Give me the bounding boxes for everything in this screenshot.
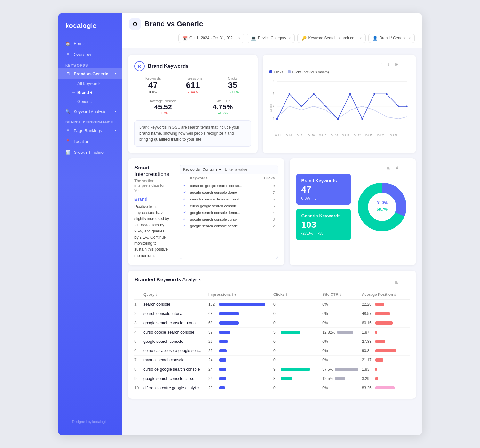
- table-row: 3. google search console tutorial 68 0| …: [134, 318, 410, 328]
- row-impressions: 39: [208, 330, 272, 334]
- row-num: 3.: [134, 321, 142, 325]
- row-query: search console: [143, 302, 207, 307]
- svg-point-20: [386, 93, 388, 95]
- chart-expand-icon[interactable]: ⊞: [394, 61, 400, 67]
- row-avgpos: 22.28: [362, 302, 410, 307]
- row-clicks: 3|: [273, 376, 321, 381]
- brand-zero: 0: [315, 196, 317, 200]
- row-clicks: 0|: [273, 339, 321, 344]
- smart-title: Smart Interpretations: [134, 165, 169, 177]
- row-ctr: 0%: [322, 349, 360, 353]
- donut-chart: 31.3% 68.7%: [355, 176, 410, 238]
- chart-more-icon[interactable]: ⋮: [403, 61, 410, 67]
- chart-legend: Clicks Clicks (previous month): [269, 70, 410, 74]
- impressions-info-icon: ℹ: [232, 293, 233, 296]
- row-impressions: 20: [208, 386, 272, 390]
- table-export-icon[interactable]: ⊞: [394, 279, 400, 285]
- filter-contains-select[interactable]: Contains: [201, 167, 223, 172]
- device-filter-button[interactable]: 💻 Device Category ▾: [247, 34, 295, 43]
- table-row: 4. curso google search console 39 5| 12.…: [134, 328, 410, 337]
- row-query: search console tutorial: [143, 311, 207, 316]
- row-avgpos: 1.83: [362, 367, 410, 372]
- settings-icon: ⚙: [132, 20, 138, 28]
- svg-point-11: [276, 118, 278, 120]
- row-ctr: 0%: [322, 358, 360, 362]
- row-num: 10.: [134, 386, 142, 390]
- chart-down-icon[interactable]: ↓: [386, 61, 391, 67]
- kw-clicks-value: 3: [268, 217, 275, 221]
- row-clicks: 0|: [273, 311, 321, 316]
- brand-section: Brand Keywords 47 0.0% 0: [296, 174, 351, 205]
- row-impressions: 68: [208, 311, 272, 316]
- chevron-down-icon: ▾: [115, 72, 116, 75]
- person-icon: 👤: [372, 36, 378, 41]
- svg-text:Oct 25: Oct 25: [365, 133, 373, 137]
- chart-up-icon[interactable]: ↑: [379, 61, 384, 67]
- svg-text:Oct 22: Oct 22: [354, 133, 361, 137]
- row-query: como dar acceso a google sea...: [143, 349, 207, 353]
- row-impressions: 29: [208, 339, 272, 344]
- row-avgpos: 90.8: [362, 349, 410, 353]
- svg-text:Oct 4: Oct 4: [286, 133, 292, 137]
- brand-generic-filter-button[interactable]: 👤 Brand / Generic ▾: [368, 34, 415, 43]
- svg-text:Clicks: Clicks: [270, 104, 273, 112]
- sidebar-item-home[interactable]: 🏠 Home: [58, 38, 122, 49]
- chevron-down-icon: ▾: [115, 129, 116, 132]
- brand-icon: ⊞: [65, 71, 70, 76]
- row-ctr: 12.5%: [322, 376, 360, 381]
- chart-icon: 📊: [65, 150, 70, 155]
- site-ctr-metric: Site CTR 4.75% +1.7%: [194, 99, 252, 115]
- donut-more-icon[interactable]: ⋮: [403, 165, 410, 171]
- donut-expand-icon[interactable]: ⊞: [386, 165, 392, 171]
- svg-text:68.7%: 68.7%: [377, 207, 388, 212]
- sidebar-item-page-rankings[interactable]: ⊞ Page Rankings ▾: [58, 125, 122, 136]
- content-area: R Brand Keywords Keywords 47 0.0% Impres…: [122, 48, 422, 405]
- chevron-down-icon: ▾: [409, 36, 411, 40]
- row-query: diferencia entre google analytic...: [143, 386, 207, 390]
- sidebar-item-overview[interactable]: ⊞ Overview: [58, 49, 122, 60]
- kw-name: search console demo account: [190, 197, 266, 201]
- table-title: Branded Keywords Analysis: [134, 277, 201, 283]
- svg-point-14: [313, 93, 315, 95]
- row-ctr: 0%: [322, 321, 360, 325]
- row-impressions: 68: [208, 321, 272, 325]
- sidebar-item-location[interactable]: 📍 Location: [58, 136, 122, 147]
- kw-name: google search console curso: [190, 217, 266, 221]
- brand-keywords-info: Brand keywords in GSC are search terms t…: [134, 120, 251, 147]
- filter-value-input[interactable]: [223, 167, 275, 172]
- list-item: ✓google search console curso3: [180, 216, 278, 223]
- kw-name: google search console acade...: [190, 224, 266, 228]
- svg-text:3: 3: [273, 91, 275, 95]
- kw-clicks-value: 4: [268, 211, 275, 215]
- row-query: google search console tutorial: [143, 321, 207, 325]
- sidebar-item-brand-vs-generic[interactable]: ⊞ Brand vs Generic ▾: [58, 68, 122, 79]
- row-clicks: 0|: [273, 321, 321, 325]
- keyword-filter-panel: Keywords Contains Keywords Cl: [180, 165, 278, 259]
- keyword-search-icon: 🔑: [301, 36, 307, 41]
- svg-point-15: [325, 105, 327, 107]
- row-avgpos: 48.57: [362, 311, 410, 316]
- svg-text:Oct 16: Oct 16: [331, 133, 338, 137]
- generic-change: -27.0%: [301, 231, 313, 236]
- kw-clicks-value: 7: [268, 191, 275, 194]
- date-filter-button[interactable]: 📅 Oct 1, 2024 - Oct 31, 202... ▾: [178, 34, 244, 43]
- list-item: ✓google search console acade...2: [180, 223, 278, 229]
- donut-sections: Brand Keywords 47 0.0% 0 Generic Keyword…: [296, 174, 351, 240]
- donut-text-icon[interactable]: A: [395, 165, 400, 171]
- donut-card: ⊞ A ⋮ Brand Keywords 47 0.0% 0: [290, 158, 416, 265]
- sidebar-item-keyword-analysis[interactable]: 🔍 Keyword Analysis ▾: [58, 106, 122, 117]
- svg-point-21: [398, 105, 400, 107]
- kw-name: google search console demo: [190, 191, 266, 194]
- check-icon: ✓: [183, 224, 188, 228]
- rankings-icon: ⊞: [65, 128, 70, 133]
- row-clicks: 5|: [273, 330, 321, 334]
- generic-change2: -38: [318, 231, 323, 236]
- keyword-search-filter-button[interactable]: 🔑 Keyword Search search co... ▾: [297, 34, 366, 43]
- sidebar-item-growth-timeline[interactable]: 📊 Growth Timeline: [58, 147, 122, 158]
- sidebar-item-brand-plus[interactable]: Brand +: [58, 88, 122, 97]
- table-more-icon[interactable]: ⋮: [403, 279, 410, 285]
- row-ctr: 0%: [322, 339, 360, 344]
- sidebar-item-generic[interactable]: Generic: [58, 97, 122, 106]
- sidebar-item-all-keywords[interactable]: All Keywords: [58, 79, 122, 88]
- kw-name: google search console demo...: [190, 211, 266, 215]
